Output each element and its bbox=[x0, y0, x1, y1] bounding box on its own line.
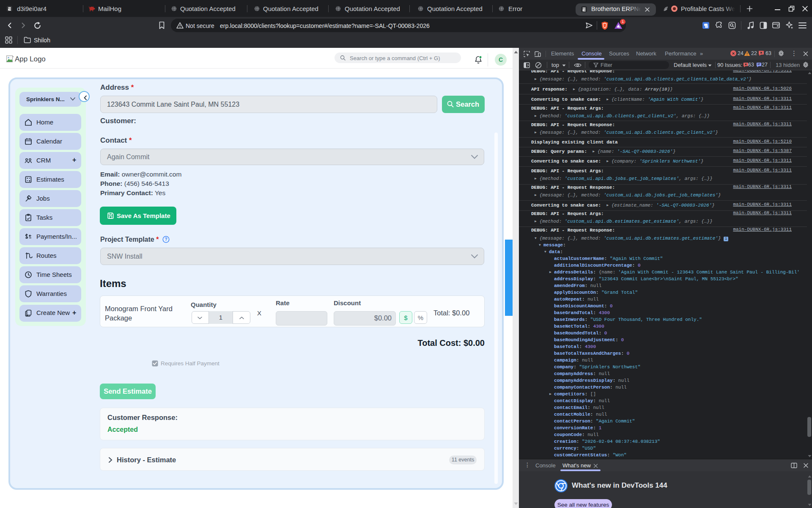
svg-text:?: ? bbox=[165, 237, 167, 242]
